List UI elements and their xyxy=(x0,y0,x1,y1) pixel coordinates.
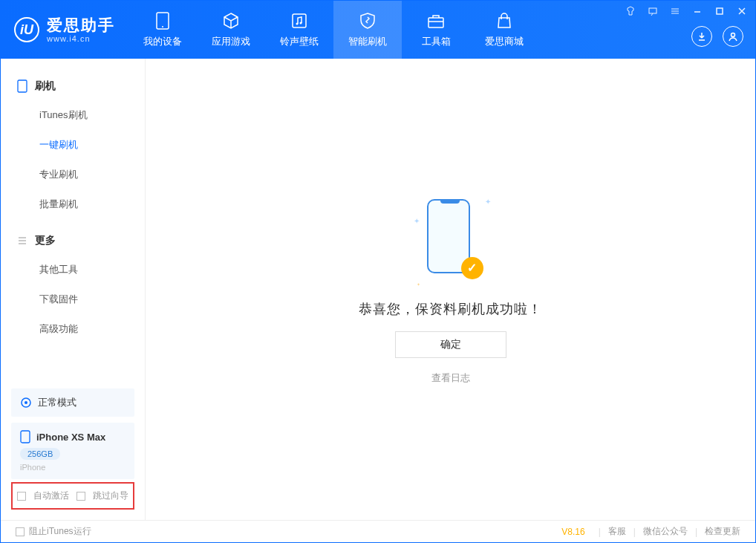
feedback-button[interactable] xyxy=(645,4,660,19)
tab-label: 爱思商城 xyxy=(485,35,524,48)
music-icon xyxy=(290,11,309,30)
sidebar-item-batch-flash[interactable]: 批量刷机 xyxy=(1,189,145,219)
header-right xyxy=(691,26,743,47)
svg-rect-7 xyxy=(649,8,656,13)
svg-rect-5 xyxy=(428,18,443,27)
tab-label: 智能刷机 xyxy=(348,35,387,48)
sparkle-icon: ✦ xyxy=(417,282,420,287)
menu-button[interactable] xyxy=(668,4,682,19)
section-title: 更多 xyxy=(35,234,56,247)
sidebar-item-advanced[interactable]: 高级功能 xyxy=(1,314,145,344)
ok-button[interactable]: 确定 xyxy=(395,331,506,358)
section-title: 刷机 xyxy=(35,79,56,93)
skin-button[interactable] xyxy=(623,4,638,19)
mode-card[interactable]: 正常模式 xyxy=(11,388,134,417)
download-button[interactable] xyxy=(691,26,712,47)
footer-link-wechat[interactable]: 微信公众号 xyxy=(643,525,688,538)
skip-guide-label: 跳过向导 xyxy=(93,490,128,502)
tab-my-device[interactable]: 我的设备 xyxy=(128,1,197,59)
tab-tools[interactable]: 工具箱 xyxy=(402,1,470,59)
view-log-link[interactable]: 查看日志 xyxy=(431,371,470,385)
device-capacity: 256GB xyxy=(20,448,60,460)
svg-point-6 xyxy=(731,33,735,37)
tab-apps[interactable]: 应用游戏 xyxy=(197,1,265,59)
highlighted-checkboxes: 自动激活 跳过向导 xyxy=(11,482,134,510)
footer-link-support[interactable]: 客服 xyxy=(608,525,626,538)
sidebar-section-flash[interactable]: 刷机 xyxy=(1,72,145,100)
cube-icon xyxy=(221,11,241,30)
sidebar-item-download-firmware[interactable]: 下载固件 xyxy=(1,284,145,314)
tab-label: 我的设备 xyxy=(143,35,182,48)
main-panel: ✦ ✦ ✦ ✓ 恭喜您，保资料刷机成功啦！ 确定 查看日志 xyxy=(146,59,755,520)
window-controls xyxy=(623,4,749,19)
tab-label: 应用游戏 xyxy=(212,35,250,48)
tab-label: 工具箱 xyxy=(422,35,451,48)
sparkle-icon: ✦ xyxy=(485,198,491,206)
sidebar-item-other-tools[interactable]: 其他工具 xyxy=(1,255,145,284)
footer-link-update[interactable]: 检查更新 xyxy=(705,525,740,538)
checkbox-auto-activate[interactable] xyxy=(17,492,26,501)
check-icon: ✓ xyxy=(461,257,483,279)
shield-icon xyxy=(358,11,377,30)
sidebar-section-more[interactable]: 更多 xyxy=(1,227,145,255)
mode-icon xyxy=(20,397,32,409)
bag-icon xyxy=(495,11,514,30)
device-card[interactable]: iPhone XS Max 256GB iPhone xyxy=(11,423,134,479)
checkbox-skip-guide[interactable] xyxy=(76,492,85,501)
device-type: iPhone xyxy=(20,463,126,472)
svg-point-11 xyxy=(25,401,27,404)
app-logo-icon: iU xyxy=(14,17,39,42)
list-icon xyxy=(17,235,27,246)
app-name: 爱思助手 xyxy=(47,16,115,33)
auto-activate-label: 自动激活 xyxy=(33,490,69,502)
svg-point-3 xyxy=(296,23,299,25)
device-name-label: iPhone XS Max xyxy=(36,432,105,443)
title-bar: iU 爱思助手 www.i4.cn 我的设备 应用游戏 铃声壁纸 智能刷机 工具… xyxy=(1,1,755,59)
checkbox-stop-itunes[interactable] xyxy=(16,527,25,536)
phone-icon xyxy=(17,79,27,93)
device-icon xyxy=(20,430,30,443)
tab-label: 铃声壁纸 xyxy=(280,35,319,48)
app-url: www.i4.cn xyxy=(47,34,115,43)
svg-rect-2 xyxy=(293,14,306,27)
success-illustration: ✦ ✦ ✦ ✓ xyxy=(414,195,488,287)
tab-ringtones[interactable]: 铃声壁纸 xyxy=(265,1,333,59)
logo-area: iU 爱思助手 www.i4.cn xyxy=(1,16,128,42)
minimize-button[interactable] xyxy=(690,4,705,19)
svg-point-1 xyxy=(162,26,163,27)
maximize-button[interactable] xyxy=(712,4,727,19)
close-button[interactable] xyxy=(734,4,749,19)
status-bar: 阻止iTunes运行 V8.16 | 客服 | 微信公众号 | 检查更新 xyxy=(1,520,755,542)
sidebar-item-oneclick-flash[interactable]: 一键刷机 xyxy=(1,130,145,160)
sidebar-item-pro-flash[interactable]: 专业刷机 xyxy=(1,160,145,189)
svg-rect-8 xyxy=(717,8,723,14)
toolbox-icon xyxy=(426,11,446,30)
version-label: V8.16 xyxy=(561,527,584,537)
stop-itunes-label: 阻止iTunes运行 xyxy=(29,525,91,538)
account-button[interactable] xyxy=(723,26,743,47)
svg-rect-12 xyxy=(21,431,30,443)
svg-rect-9 xyxy=(18,80,27,92)
sparkle-icon: ✦ xyxy=(414,217,420,225)
success-message: 恭喜您，保资料刷机成功啦！ xyxy=(359,300,542,318)
mode-label: 正常模式 xyxy=(38,396,76,409)
svg-point-4 xyxy=(300,22,302,25)
tab-store[interactable]: 爱思商城 xyxy=(470,1,538,59)
sidebar-item-itunes-flash[interactable]: iTunes刷机 xyxy=(1,100,145,130)
tab-flash[interactable]: 智能刷机 xyxy=(333,1,402,59)
phone-icon xyxy=(153,11,172,30)
sidebar: 刷机 iTunes刷机 一键刷机 专业刷机 批量刷机 更多 其他工具 下载固件 … xyxy=(1,59,146,520)
nav-tabs: 我的设备 应用游戏 铃声壁纸 智能刷机 工具箱 爱思商城 xyxy=(128,1,538,59)
